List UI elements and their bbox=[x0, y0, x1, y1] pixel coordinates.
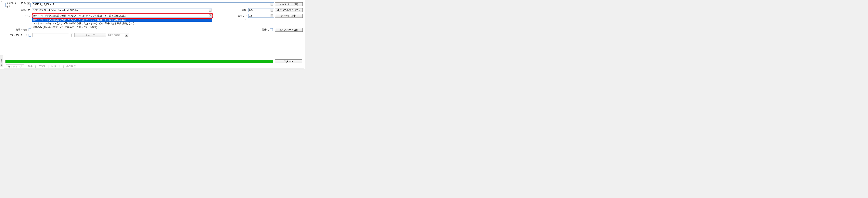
ea-category-label: エキスパートアドバイ1 bbox=[6, 2, 30, 8]
visual-pause-button[interactable]: || bbox=[70, 33, 73, 37]
ea-file-value: OANDA_12_EA.ex4 bbox=[33, 3, 54, 6]
tab-separator bbox=[25, 65, 25, 68]
start-button[interactable]: スタート bbox=[275, 59, 302, 63]
tab-graph[interactable]: グラフ bbox=[36, 64, 48, 68]
start-button-label: スタート bbox=[284, 60, 293, 63]
optimize-checkbox[interactable] bbox=[270, 28, 273, 31]
visual-mode-label: ビジュアルモード bbox=[5, 34, 27, 37]
tab-journal[interactable]: 操作履歴 bbox=[64, 64, 78, 68]
row-ea: エキスパートアドバイ1 ▾ OANDA_12_EA.ex4 ▾ エキスパート設定 bbox=[5, 2, 303, 7]
symbol-select[interactable]: GBPUSD, Great Britain Pound vs US Dollar bbox=[32, 8, 212, 12]
symbol-value: GBPUSD, Great Britain Pound vs US Dollar bbox=[33, 9, 79, 11]
period-value: M5 bbox=[249, 9, 253, 11]
period-range-checkbox[interactable] bbox=[29, 28, 31, 31]
row-model: モデル: 全ティック(利用可能な最小時間枠を使いすべてのティックを生成する、最も… bbox=[5, 14, 303, 21]
expert-edit-button[interactable]: エキスパート編集 bbox=[275, 28, 303, 32]
tester-window: × テスター エキスパートアドバイ1 ▾ OANDA_12_EA.ex4 ▾ エ… bbox=[0, 0, 305, 69]
period-select[interactable]: M5 bbox=[248, 8, 274, 12]
expert-settings-button[interactable]: エキスパート設定 bbox=[275, 2, 303, 6]
row-symbol: 通貨ペア: GBPUSD, Great Britain Pound vs US … bbox=[5, 8, 303, 12]
skip-to-date-field[interactable]: 2023.10.30 ▾ bbox=[107, 33, 129, 37]
visual-speed-field[interactable] bbox=[32, 33, 69, 37]
tab-separator bbox=[35, 65, 36, 68]
symbol-label: 通貨ペア: bbox=[5, 9, 31, 12]
visual-mode-checkbox[interactable] bbox=[29, 34, 31, 37]
open-chart-button[interactable]: チャートを開く bbox=[275, 14, 303, 18]
symbol-properties-button[interactable]: 通貨ペアのプロパティ bbox=[275, 8, 303, 12]
main-panel: エキスパートアドバイ1 ▾ OANDA_12_EA.ex4 ▾ エキスパート設定… bbox=[4, 1, 304, 68]
spread-select[interactable]: 15 bbox=[248, 14, 274, 18]
model-selected-text: 全ティック(利用可能な最小時間枠を使いすべてのティックを生成する、最も正確な方法… bbox=[33, 14, 126, 18]
model-label: モデル: bbox=[5, 14, 31, 18]
spread-label: スプレッド: bbox=[235, 14, 247, 21]
model-select[interactable]: 全ティック(利用可能な最小時間枠を使いすべてのティックを生成する、最も正確な方法… bbox=[32, 14, 212, 18]
ea-file-select[interactable]: OANDA_12_EA.ex4 bbox=[32, 2, 274, 6]
tab-settings[interactable]: セッティング bbox=[6, 64, 24, 68]
skip-button[interactable]: スキップ bbox=[74, 33, 106, 37]
skip-to-date-value: 2023.10.30 bbox=[108, 34, 120, 37]
chevron-down-icon: ▾ bbox=[209, 14, 212, 17]
tab-results[interactable]: 結果 bbox=[26, 64, 35, 68]
form-area: エキスパートアドバイ1 ▾ OANDA_12_EA.ex4 ▾ エキスパート設定… bbox=[4, 1, 304, 33]
close-icon[interactable]: × bbox=[1, 1, 3, 3]
tab-separator bbox=[48, 65, 49, 68]
period-range-label: 期間を指定 bbox=[5, 28, 27, 31]
model-closed-display: 全ティック(利用可能な最小時間枠を使いすべてのティックを生成する、最も正確な方法… bbox=[32, 14, 212, 18]
optimize-label: 最適化 bbox=[262, 28, 269, 31]
model-option-0[interactable]: 全ティック(利用可能な最小時間枠を使いすべてのティックを生成する、最も正確な方法… bbox=[32, 18, 212, 22]
tab-separator bbox=[63, 65, 64, 68]
progress-bar bbox=[5, 60, 273, 63]
calendar-icon: ▾ bbox=[125, 34, 128, 37]
model-option-1[interactable]: コントロールポイント (ひとつ下の時間枠を使ったおおまかな方法。結果はあまり信頼… bbox=[32, 22, 212, 25]
spread-value: 15 bbox=[249, 14, 252, 17]
ea-category-select[interactable]: エキスパートアドバイ1 bbox=[5, 3, 31, 7]
row-visual-mode: ビジュアルモード || スキップ 2023.10.30 ▾ bbox=[5, 33, 303, 38]
bottom-tabs: セッティング 結果 グラフ レポート 操作履歴 bbox=[4, 64, 304, 68]
tab-report[interactable]: レポート bbox=[49, 64, 63, 68]
model-dropdown-list: 全ティック(利用可能な最小時間枠を使いすべてのティックを生成する、最も正確な方法… bbox=[32, 18, 212, 29]
period-label: 期間: bbox=[239, 9, 247, 12]
model-option-2[interactable]: 始値のみ (最も早い方法。バーの始めにしか動かないEA向け) bbox=[32, 25, 212, 29]
side-tab-tester[interactable]: テスター bbox=[0, 55, 3, 67]
